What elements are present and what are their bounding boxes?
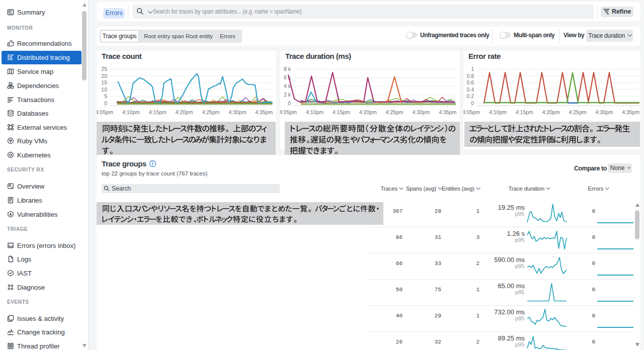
svg-text:4:25pm: 4:25pm bbox=[569, 109, 586, 115]
svg-text:4:35pm: 4:35pm bbox=[255, 109, 273, 115]
svg-text:0.4: 0.4 bbox=[466, 86, 474, 93]
svg-text:6 k: 6 k bbox=[284, 74, 291, 80]
svg-text:4:35pm: 4:35pm bbox=[439, 109, 456, 115]
svg-text:4:05pm: 4:05pm bbox=[463, 109, 480, 115]
svg-text:0: 0 bbox=[471, 100, 474, 106]
svg-text:4:10pm: 4:10pm bbox=[122, 109, 140, 115]
svg-text:4:20pm: 4:20pm bbox=[542, 109, 560, 115]
svg-text:4:30pm: 4:30pm bbox=[228, 109, 246, 115]
svg-text:0.6: 0.6 bbox=[466, 79, 474, 85]
svg-text:10: 10 bbox=[101, 86, 107, 93]
svg-text:4:20pm: 4:20pm bbox=[176, 109, 193, 115]
svg-text:5: 5 bbox=[104, 93, 107, 99]
svg-text:0.2: 0.2 bbox=[466, 93, 474, 99]
svg-text:4:25pm: 4:25pm bbox=[202, 109, 219, 115]
svg-text:0: 0 bbox=[288, 100, 291, 106]
svg-text:4:30pm: 4:30pm bbox=[412, 109, 430, 115]
svg-text:4:30pm: 4:30pm bbox=[595, 109, 613, 115]
svg-text:4:35pm: 4:35pm bbox=[622, 109, 639, 115]
svg-text:4:20pm: 4:20pm bbox=[359, 109, 377, 115]
svg-text:4:10pm: 4:10pm bbox=[489, 109, 507, 115]
svg-text:4:10pm: 4:10pm bbox=[306, 109, 324, 115]
svg-text:0: 0 bbox=[104, 100, 107, 106]
svg-text:4:05pm: 4:05pm bbox=[97, 109, 113, 115]
svg-text:15: 15 bbox=[101, 79, 107, 85]
svg-text:4:15pm: 4:15pm bbox=[516, 109, 533, 115]
svg-text:4:05pm: 4:05pm bbox=[280, 109, 297, 115]
svg-text:20: 20 bbox=[101, 73, 107, 79]
svg-text:4:15pm: 4:15pm bbox=[149, 109, 167, 115]
svg-text:2 k: 2 k bbox=[284, 92, 291, 98]
svg-text:4:15pm: 4:15pm bbox=[333, 109, 350, 115]
svg-text:25: 25 bbox=[101, 66, 107, 72]
svg-text:4:25pm: 4:25pm bbox=[385, 109, 403, 115]
svg-text:8 k: 8 k bbox=[284, 66, 291, 72]
svg-text:1: 1 bbox=[471, 66, 474, 72]
svg-text:0.8: 0.8 bbox=[466, 73, 474, 79]
